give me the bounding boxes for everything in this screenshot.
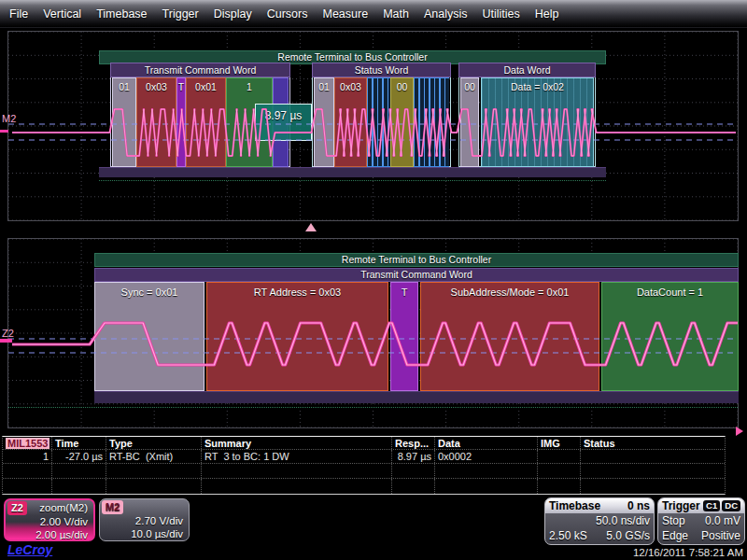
cell-resp: 8.97 µs (392, 450, 435, 463)
tcw-seg-tr-label: T (177, 81, 185, 92)
data-seg-value: Data = 0x02 (481, 77, 594, 167)
bus-label-cell: MIL1553 (3, 437, 52, 449)
z2-badge: Z2 (7, 501, 27, 515)
menu-measure[interactable]: Measure (322, 7, 368, 21)
menu-timebase[interactable]: Timebase (96, 7, 147, 21)
menu-bar: File Vertical Timebase Trigger Display C… (0, 0, 747, 28)
zoom-seg-sync: Sync = 0x01 (94, 282, 204, 391)
tcw-seg-sync-label: 01 (113, 81, 135, 92)
timebase-rate: 5.0 GS/s (606, 528, 650, 543)
cell-img (538, 450, 581, 463)
top-decode-strip (99, 167, 606, 177)
trigger-box[interactable]: Trigger C1 DC Stop 0.0 mV Edge Positive (657, 497, 745, 545)
tcw-seg-count-label: 1 (227, 81, 272, 92)
col-summary[interactable]: Summary (202, 437, 392, 449)
zoom-seg-rtaddr: RT Address = 0x03 (206, 282, 388, 391)
m2-channel-label[interactable]: M2 (2, 113, 16, 124)
cell-data: 0x0002 (435, 450, 538, 463)
zoom-seg-rtaddr-label: RT Address = 0x03 (207, 287, 388, 298)
table-row-empty[interactable] (3, 464, 725, 479)
status-seg-rtaddr-label: 0x03 (335, 81, 366, 92)
zoom-waveform-grid[interactable]: Remote Terminal to Bus Controller Transm… (7, 238, 739, 428)
data-seg-sync-label: 00 (461, 81, 478, 92)
zoom-decode-baseline (8, 407, 738, 408)
col-data[interactable]: Data (435, 437, 538, 449)
menu-help[interactable]: Help (535, 7, 559, 21)
cell-type: RT-BC (Xmit) (106, 450, 202, 463)
trigger-position-marker[interactable] (305, 223, 317, 231)
cell-summary: RT 3 to BC: 1 DW (202, 450, 392, 463)
trigger-time-arrow (736, 427, 743, 436)
z2-channel-label[interactable]: Z2 (2, 328, 14, 339)
menu-trigger[interactable]: Trigger (162, 7, 199, 21)
status-seg-flags-label: 00 (391, 81, 413, 92)
m2-trace-indicator (0, 130, 8, 133)
data-group-title: Data Word (458, 63, 596, 77)
z2-source: zoom(M2) (39, 501, 88, 515)
m2-tdiv: 10.0 µs/div (100, 527, 189, 540)
z2-trace-indicator (0, 339, 12, 343)
status-group-title: Status Word (312, 63, 451, 77)
zoom-seg-subaddr-label: SubAddress/Mode = 0x01 (421, 287, 599, 298)
tcw-group-title: Transmit Command Word (110, 63, 290, 77)
cell-status (581, 450, 723, 463)
trigger-type: Edge (662, 528, 688, 543)
col-status[interactable]: Status (581, 437, 723, 449)
table-row-empty[interactable] (3, 479, 725, 494)
status-seg-rtaddr: 0x03 (334, 77, 367, 167)
col-time[interactable]: Time (52, 437, 106, 449)
bus-label-badge[interactable]: MIL1553 (6, 438, 49, 449)
col-resp[interactable]: Resp... (392, 437, 435, 449)
trigger-coupling-badge: DC (722, 500, 740, 511)
zoom-decode-strip (94, 391, 739, 403)
col-img[interactable]: IMG (538, 437, 581, 449)
status-seg-bits-2 (414, 77, 449, 167)
decode-table: MIL1553 Time Type Summary Resp... Data I… (2, 436, 726, 495)
zoom-seg-tr: T (390, 282, 418, 391)
trigger-source-badge: C1 (703, 500, 720, 511)
lecroy-logo: LeCroy (7, 542, 52, 557)
timebase-box[interactable]: Timebase 0 ns 50.0 ns/div 2.50 kS 5.0 GS… (544, 497, 655, 545)
table-row[interactable]: 1 -27.0 µs RT-BC (Xmit) RT 3 to BC: 1 DW… (3, 450, 725, 464)
menu-analysis[interactable]: Analysis (424, 7, 468, 21)
delta-time-box: 8.97 µs (255, 104, 312, 141)
menu-math[interactable]: Math (383, 7, 409, 21)
zoom-word-banner: Transmit Command Word (94, 268, 739, 282)
timebase-tdiv: 50.0 ns/div (596, 513, 650, 528)
menu-cursors[interactable]: Cursors (267, 7, 308, 21)
menu-vertical[interactable]: Vertical (43, 7, 81, 21)
trigger-title: Trigger (662, 499, 700, 512)
trigger-level: 0.0 mV (705, 513, 740, 528)
trigger-slope: Positive (701, 528, 740, 543)
menu-display[interactable]: Display (214, 7, 252, 21)
top-waveform-grid[interactable]: Remote Terminal to Bus Controller Transm… (7, 31, 739, 221)
zoom-seg-count-label: DataCount = 1 (602, 287, 738, 298)
menu-file[interactable]: File (9, 7, 28, 21)
status-seg-bits-1 (367, 77, 390, 167)
status-seg-sync-label: 01 (315, 81, 333, 92)
menu-utilities[interactable]: Utilities (482, 7, 519, 21)
z2-tdiv: 2.00 µs/div (6, 528, 93, 541)
m2-descriptor-box[interactable]: M2 2.70 V/div 10.0 µs/div (99, 498, 190, 541)
tcw-seg-subaddr-label: 0x01 (187, 81, 225, 92)
status-seg-sync: 01 (314, 77, 334, 167)
timebase-samples: 2.50 kS (549, 528, 587, 543)
tcw-seg-rtaddr: 0x03 (136, 77, 176, 167)
cell-time: -27.0 µs (52, 450, 106, 463)
timebase-offset: 0 ns (627, 499, 650, 512)
z2-descriptor-box[interactable]: Z2 zoom(M2) 2.00 V/div 2.00 µs/div (4, 498, 95, 541)
decode-table-header: MIL1553 Time Type Summary Resp... Data I… (3, 437, 725, 450)
status-seg-flags: 00 (390, 77, 414, 167)
m2-badge: M2 (102, 500, 123, 514)
zoom-seg-subaddr: SubAddress/Mode = 0x01 (420, 282, 599, 391)
tcw-seg-subaddr: 0x01 (186, 77, 226, 167)
data-seg-sync: 00 (460, 77, 479, 167)
col-type[interactable]: Type (106, 437, 202, 449)
top-decode-baseline (99, 180, 606, 181)
zoom-seg-count: DataCount = 1 (601, 282, 739, 391)
timebase-title: Timebase (549, 499, 600, 512)
tcw-seg-tr: T (176, 77, 186, 167)
cell-index: 1 (3, 450, 52, 463)
zoom-protocol-banner: Remote Terminal to Bus Controller (94, 253, 739, 267)
zoom-seg-tr-label: T (391, 287, 417, 298)
